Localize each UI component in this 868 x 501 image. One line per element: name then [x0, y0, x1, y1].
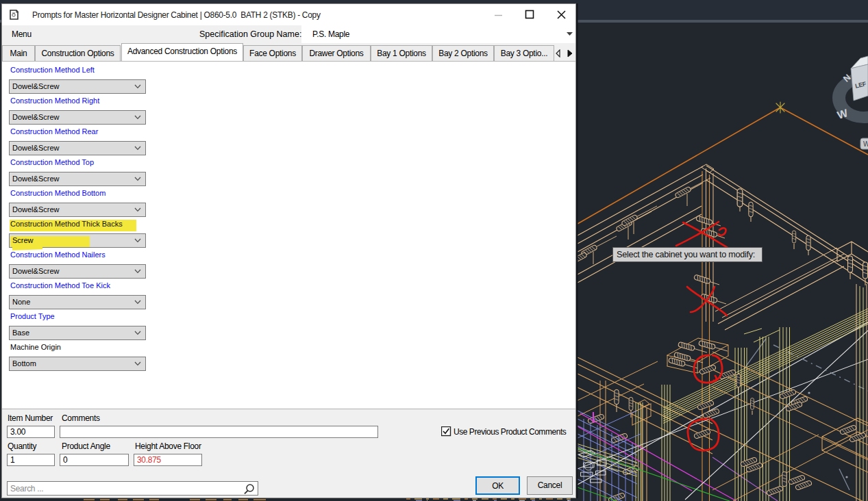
svg-text:Select the cabinet you want to: Select the cabinet you want to modify:	[617, 249, 755, 259]
svg-text:W: W	[863, 140, 868, 148]
